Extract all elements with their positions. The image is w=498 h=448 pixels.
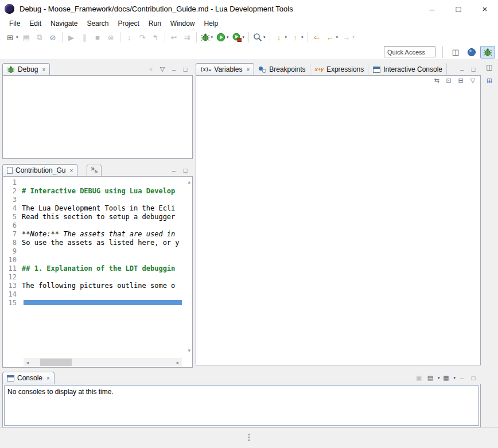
- step-return-button[interactable]: ↰: [150, 31, 162, 44]
- debug-button[interactable]: ▾: [200, 31, 215, 44]
- collapse-all-icon[interactable]: ⊟: [456, 77, 466, 84]
- ldt-perspective-button[interactable]: [464, 46, 479, 59]
- last-edit-location-button[interactable]: ⇐: [311, 31, 323, 44]
- open-perspective-icon: ◫: [452, 48, 459, 56]
- last-edit-location-icon: ⇐: [312, 33, 322, 42]
- minimize-button[interactable]: –: [419, 0, 445, 17]
- scroll-right-arrow[interactable]: ▸: [174, 360, 182, 365]
- new-button[interactable]: ⊞ ▾: [4, 31, 20, 44]
- variables-toolbar: ⇆ ⊡ ⊟ ▽: [431, 77, 478, 84]
- maximize-view-icon[interactable]: □: [468, 66, 478, 73]
- minimize-view-icon[interactable]: –: [457, 375, 467, 381]
- hidden-editors-chevron[interactable]: » 5: [87, 165, 102, 176]
- chevron-down-icon[interactable]: ▾: [438, 376, 440, 380]
- close-icon[interactable]: ×: [42, 67, 45, 73]
- tab-variables[interactable]: (x)= Variables ×: [196, 63, 254, 75]
- maximize-button[interactable]: □: [445, 0, 472, 17]
- run-button[interactable]: ▾: [215, 31, 230, 44]
- drop-to-frame-button[interactable]: ↩: [168, 31, 180, 44]
- open-console-icon[interactable]: ▦: [441, 374, 451, 381]
- tab-debug[interactable]: Debug ×: [2, 63, 50, 75]
- skip-all-breakpoints-button[interactable]: ⊘: [47, 31, 59, 44]
- line-number: 12: [3, 273, 22, 282]
- save-all-button[interactable]: ⧉: [34, 31, 46, 44]
- terminate-button[interactable]: ■: [92, 31, 104, 44]
- chevron-down-icon[interactable]: ▾: [453, 376, 456, 380]
- menu-project[interactable]: Project: [113, 18, 143, 29]
- chevron-down-icon: ▾: [227, 35, 229, 40]
- toolbar-separator: [308, 32, 308, 42]
- use-step-filters-button[interactable]: ⇉: [181, 31, 193, 44]
- close-icon[interactable]: ×: [246, 67, 250, 73]
- scroll-up-arrow[interactable]: ▴: [188, 179, 190, 185]
- tab-label: Contribution_Gu: [15, 166, 65, 174]
- editor-line: 13The following pictures outline some o: [3, 282, 183, 290]
- menu-navigate[interactable]: Navigate: [46, 18, 82, 29]
- save-button[interactable]: ▤: [21, 31, 33, 44]
- minimize-view-icon[interactable]: –: [457, 66, 467, 73]
- quick-access-input[interactable]: Quick Access: [384, 46, 435, 57]
- disconnect-button[interactable]: ⊗: [105, 31, 117, 44]
- tab-breakpoints[interactable]: Breakpoints: [254, 63, 310, 75]
- open-perspective-button[interactable]: ◫: [448, 46, 463, 59]
- editor-text-area[interactable]: 1 2# Interactive DEBUG using Lua Develop…: [3, 177, 183, 357]
- tab-contribution-guide[interactable]: Contribution_Gu ×: [2, 164, 77, 176]
- previous-annotation-button[interactable]: ↑ ▾: [289, 31, 305, 44]
- restore-views-icon[interactable]: ◫: [484, 62, 495, 72]
- close-icon[interactable]: ×: [69, 167, 73, 174]
- display-selected-console-icon[interactable]: ▤: [425, 374, 435, 381]
- minimize-view-icon[interactable]: –: [169, 167, 179, 174]
- step-over-button[interactable]: ↷: [137, 31, 149, 44]
- view-menu-icon[interactable]: ▽: [157, 65, 168, 73]
- menu-window[interactable]: Window: [166, 18, 200, 29]
- menu-file[interactable]: File: [5, 18, 25, 29]
- chevron-down-icon: ▾: [285, 35, 287, 40]
- tab-console[interactable]: Console ×: [2, 372, 55, 384]
- editor-line: 4The Lua Development Tools in the Ecli: [3, 204, 183, 213]
- menu-run[interactable]: Run: [144, 18, 166, 29]
- scroll-down-arrow[interactable]: ▾: [188, 348, 190, 353]
- menu-help[interactable]: Help: [200, 18, 223, 29]
- toolbar-separator: [196, 32, 197, 42]
- menu-edit[interactable]: Edit: [25, 18, 46, 29]
- chevron-down-icon: ▾: [211, 35, 213, 40]
- forward-icon: →: [341, 33, 351, 42]
- pin-console-icon[interactable]: ▣: [414, 374, 424, 381]
- debug-perspective-button[interactable]: [480, 46, 495, 59]
- horizontal-scrollbar[interactable]: ◂ ▸: [24, 358, 182, 367]
- step-into-button[interactable]: ↓: [123, 31, 135, 44]
- back-button[interactable]: ← ▾: [324, 31, 340, 44]
- view-menu-icon[interactable]: ▽: [468, 77, 478, 84]
- forward-button[interactable]: → ▾: [340, 31, 356, 44]
- editor-line: 8So use the assets as listed here, or y: [3, 239, 183, 247]
- scrollbar-track[interactable]: [32, 358, 174, 367]
- line-number: 5: [3, 213, 22, 221]
- close-icon[interactable]: ×: [46, 375, 50, 381]
- show-logical-structures-icon[interactable]: ⊡: [443, 77, 454, 84]
- external-tools-button[interactable]: ▾: [231, 31, 246, 44]
- maximize-view-icon[interactable]: □: [180, 167, 190, 174]
- outline-view-icon[interactable]: ⊞: [484, 76, 495, 86]
- scroll-left-arrow[interactable]: ◂: [24, 360, 32, 365]
- close-button[interactable]: ×: [472, 0, 498, 17]
- tab-interactive-console[interactable]: Interactive Console: [368, 63, 447, 75]
- breakpoint-icon: [259, 66, 266, 73]
- menu-search[interactable]: Search: [82, 18, 113, 29]
- suspend-button[interactable]: ∥: [79, 31, 91, 44]
- remove-all-terminated-icon[interactable]: ×: [146, 66, 156, 73]
- maximize-view-icon[interactable]: □: [180, 66, 190, 73]
- minimize-view-icon[interactable]: –: [169, 66, 179, 73]
- variables-view-content: ⇆ ⊡ ⊟ ▽: [196, 75, 481, 365]
- line-number: 6: [3, 221, 22, 230]
- maximize-view-icon[interactable]: □: [468, 375, 478, 381]
- resize-grip[interactable]: [248, 434, 250, 441]
- next-annotation-button[interactable]: ↓ ▾: [273, 31, 289, 44]
- drop-to-frame-icon: ↩: [169, 33, 179, 42]
- new-icon: ⊞: [5, 33, 15, 42]
- tab-expressions[interactable]: x+y Expressions: [310, 63, 369, 75]
- resume-button[interactable]: ▶: [65, 31, 77, 44]
- show-type-names-icon[interactable]: ⇆: [431, 77, 442, 84]
- scrollbar-thumb[interactable]: [40, 359, 72, 366]
- open-search-button[interactable]: ▾: [252, 31, 267, 44]
- line-text: # Interactive DEBUG using Lua Develop: [22, 187, 175, 196]
